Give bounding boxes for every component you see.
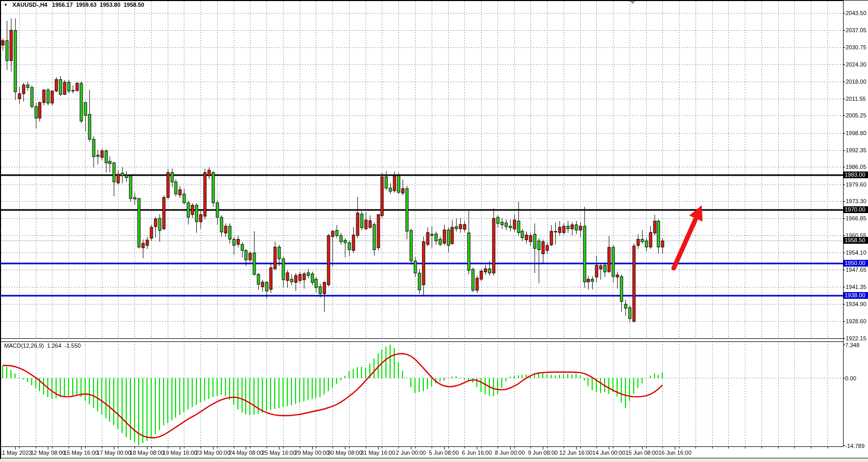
price-tick-label: 2005.25	[846, 112, 866, 118]
symbol-dropdown-icon[interactable]: ▼	[4, 3, 8, 7]
macd-main-value: 1.264	[47, 342, 62, 349]
macd-signal-value: -1.550	[64, 342, 81, 349]
time-tick-label: 15 May 16:00	[64, 450, 99, 456]
price-tick-label: 1986.05	[846, 164, 866, 170]
time-tick-label: 23 May 00:00	[196, 450, 231, 456]
time-tick-label: 11 May 2023	[0, 450, 32, 456]
time-tick-label: 8 Jun 00:00	[495, 450, 525, 456]
price-tick-label: 1992.35	[846, 147, 866, 153]
chart-title: ▼ XAUUSD-,H4 1956.17 1959.63 1953.80 195…	[4, 2, 144, 8]
price-tick-label: 1973.30	[846, 198, 866, 204]
time-tick-label: 12 Jun 16:00	[559, 450, 593, 456]
time-tick-label: 15 Jun 08:00	[625, 450, 659, 456]
time-tick-label: 29 May 00:00	[295, 450, 329, 456]
chart-window: ▼ XAUUSD-,H4 1956.17 1959.63 1953.80 195…	[0, 0, 868, 462]
price-tick-label: 1979.60	[846, 181, 866, 188]
price-tick-label: 2024.30	[846, 61, 866, 68]
time-tick-label: 12 May 08:00	[31, 450, 65, 456]
time-tick-label: 31 May 16:00	[360, 450, 395, 456]
price-line-tag: 1950.00	[844, 260, 868, 267]
macd-tick-label: -14.789	[845, 443, 864, 449]
time-tick-label: 2 Jun 00:00	[396, 450, 426, 456]
price-tick-label: 2011.55	[846, 96, 866, 102]
time-tick-label: 9 Jun 08:00	[528, 450, 558, 456]
price-tick-label: 1922.15	[846, 335, 866, 341]
time-tick-label: 16 Jun 16:00	[658, 450, 691, 456]
time-tick-label: 14 Jun 00:00	[592, 450, 625, 456]
time-tick-label: 30 May 08:00	[328, 450, 363, 456]
price-tick-label: 1928.60	[846, 318, 866, 324]
price-tick-label: 1954.10	[846, 249, 866, 256]
window-bottom-edge	[0, 459, 868, 462]
price-tick-label: 2043.50	[846, 10, 866, 16]
ohlc-high: 1959.63	[76, 2, 97, 8]
price-tick-label: 2037.05	[846, 27, 866, 33]
price-tick-label: 1934.90	[846, 301, 866, 307]
time-tick-label: 17 May 00:00	[97, 450, 131, 456]
price-line-tag: 1970.00	[844, 206, 868, 213]
price-tick-label: 2018.00	[846, 78, 866, 85]
macd-indicator-label: MACD(12,26,9) 1.264 -1.550	[4, 342, 81, 349]
macd-tick-label: 7.348	[845, 342, 860, 348]
symbol-period-label: XAUUSD-,H4	[12, 2, 47, 8]
price-chart-canvas[interactable]	[0, 0, 868, 462]
price-line-tag: 1958.50	[844, 237, 868, 244]
time-tick-label: 18 May 08:00	[130, 450, 165, 456]
price-tick-label: 1941.35	[846, 284, 866, 290]
price-line-tag: 1983.00	[844, 171, 868, 178]
price-tick-label: 1966.85	[846, 215, 866, 221]
time-tick-label: 24 May 08:00	[229, 450, 263, 456]
time-tick-label: 5 Jun 08:00	[429, 450, 459, 456]
price-tick-label: 2030.75	[846, 44, 866, 50]
ohlc-low: 1953.80	[100, 2, 121, 8]
macd-name: MACD(12,26,9)	[4, 342, 44, 349]
price-tick-label: 1947.65	[846, 267, 866, 273]
price-tick-label: 1998.80	[846, 130, 866, 136]
ohlc-close: 1958.50	[124, 2, 144, 8]
price-line-tag: 1938.00	[844, 292, 868, 299]
time-tick-label: 19 May 16:00	[163, 450, 197, 456]
time-tick-label: 25 May 16:00	[262, 450, 297, 456]
macd-tick-label: 0.00	[845, 375, 856, 381]
time-tick-label: 6 Jun 16:00	[462, 450, 492, 456]
ohlc-open: 1956.17	[52, 2, 73, 8]
